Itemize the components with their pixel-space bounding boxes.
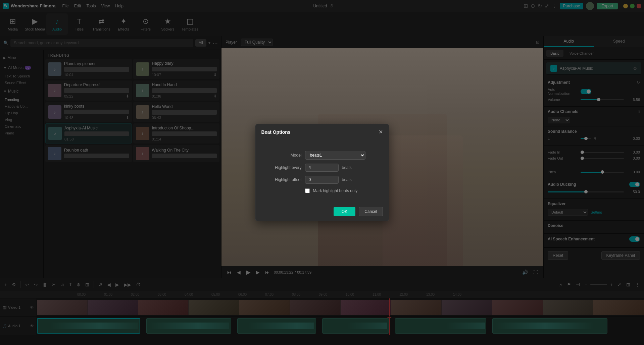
modal-ok-button[interactable]: OK [334, 207, 355, 216]
modal-header: Beat Options ✕ [255, 124, 389, 140]
highlight-offset-row: Highlight offset 0 beats [261, 176, 383, 184]
model-select[interactable]: beats1 beats2 [305, 151, 365, 160]
highlight-offset-input[interactable]: 0 [305, 176, 339, 184]
beat-options-modal: Beat Options ✕ Model beats1 beats2 Highl… [255, 124, 389, 221]
highlight-every-unit: beats [342, 165, 352, 170]
modal-title: Beat Options [261, 129, 291, 135]
highlight-offset-label: Highlight offset [261, 177, 302, 182]
model-label: Model [261, 153, 302, 158]
modal-close-button[interactable]: ✕ [379, 129, 383, 135]
highlight-every-row: Highlight every 4 beats [261, 164, 383, 172]
modal-footer: OK Cancel [255, 202, 389, 221]
modal-body: Model beats1 beats2 Highlight every 4 be… [255, 140, 389, 202]
mark-highlight-row: Mark highlight beats only [305, 188, 383, 193]
modal-overlay: Beat Options ✕ Model beats1 beats2 Highl… [0, 0, 644, 345]
highlight-offset-unit: beats [342, 177, 352, 182]
mark-highlight-label: Mark highlight beats only [313, 188, 358, 193]
mark-highlight-checkbox[interactable] [305, 188, 310, 193]
highlight-every-label: Highlight every [261, 165, 302, 170]
modal-cancel-button[interactable]: Cancel [359, 207, 383, 216]
model-row: Model beats1 beats2 [261, 151, 383, 160]
highlight-every-input[interactable]: 4 [305, 164, 339, 172]
